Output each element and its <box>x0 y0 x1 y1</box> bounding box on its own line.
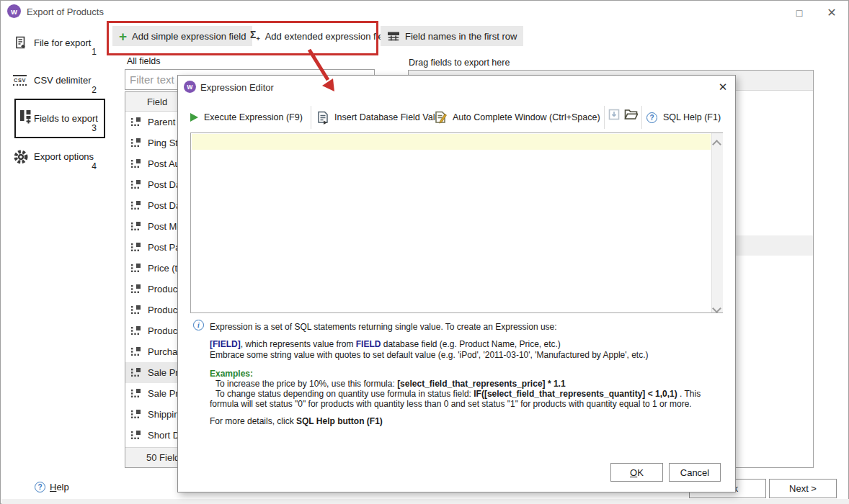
cancel-button[interactable]: Cancel <box>669 463 721 482</box>
gear-icon <box>13 149 29 168</box>
sidebar-item-csv-delimiter[interactable]: CSV delimiter <box>34 75 91 86</box>
field-label: Product <box>148 284 180 294</box>
file-export-icon <box>14 35 28 53</box>
examples-title: Examples: <box>210 369 253 379</box>
sigma-plus-icon: Σ+ <box>250 30 260 42</box>
field-grid-icon <box>131 222 141 231</box>
info-icon: i <box>193 320 204 330</box>
field-label: Product <box>148 305 180 315</box>
field-grid-icon <box>131 201 141 210</box>
save-expression-icon-disabled <box>608 109 621 121</box>
sidebar-step-number: 1 <box>86 47 97 57</box>
field-names-first-row-button[interactable]: Field names in the first row <box>381 26 523 46</box>
app-window: w Export of Products □ ✕ File for export… <box>0 0 849 504</box>
info-line-1: Expression is a set of SQL statements re… <box>210 322 557 332</box>
autocomplete-icon <box>435 111 447 125</box>
help-link[interactable]: ? Help <box>35 482 69 492</box>
table-header-icon <box>387 31 400 42</box>
all-fields-label: All fields <box>127 56 161 66</box>
help-label: Help <box>50 482 69 492</box>
app-logo-icon: w <box>7 4 21 18</box>
fields-icon <box>19 109 33 127</box>
field-grid-icon <box>131 264 141 273</box>
field-grid-icon <box>131 159 141 168</box>
field-grid-icon <box>131 326 141 336</box>
sql-help-button[interactable]: ? SQL Help (F1) <box>646 107 721 128</box>
csv-icon: CSV <box>13 75 27 86</box>
play-icon <box>190 113 198 122</box>
info-line-2: [FIELD], which represents value from FIE… <box>210 339 561 349</box>
sidebar-item-fields-to-export[interactable]: Fields to export <box>34 113 98 124</box>
info-line-3: Embrace some string value with quotes to… <box>210 350 649 360</box>
add-extended-expression-label: Add extended expression field <box>265 31 391 42</box>
toolbar-divider <box>311 106 311 129</box>
autocomplete-label: Auto Complete Window (Ctrl+Space) <box>453 112 600 122</box>
question-icon: ? <box>646 112 657 123</box>
editor-current-line-highlight <box>192 134 711 150</box>
window-title: Export of Products <box>27 6 104 17</box>
add-extended-expression-button[interactable]: Σ+ Add extended expression field <box>244 26 397 46</box>
insert-database-field-button[interactable]: Insert Database Field Value <box>317 107 445 128</box>
field-grid-icon <box>131 117 141 127</box>
field-grid-icon <box>131 368 141 377</box>
field-grid-icon <box>131 410 141 419</box>
field-label: Product <box>148 325 180 336</box>
next-button[interactable]: Next > <box>769 479 837 498</box>
drop-fields-label: Drag fields to export here <box>409 58 510 68</box>
sidebar-item-export-options[interactable]: Export options <box>34 151 94 162</box>
scroll-up-icon[interactable] <box>714 138 720 150</box>
execute-expression-button[interactable]: Execute Expression (F9) <box>190 107 303 128</box>
insert-database-field-label: Insert Database Field Value <box>334 112 445 122</box>
open-folder-icon[interactable] <box>624 109 638 120</box>
dialog-title: Expression Editor <box>200 82 274 93</box>
add-simple-expression-label: Add simple expression field <box>132 31 246 42</box>
field-grid-icon <box>131 431 141 440</box>
example-line-2: To change status depending on quantity u… <box>210 389 726 409</box>
scroll-down-icon[interactable] <box>714 302 720 315</box>
expression-editor-area[interactable] <box>190 132 723 313</box>
dialog-close-icon[interactable]: ✕ <box>714 79 732 95</box>
autocomplete-button[interactable]: Auto Complete Window (Ctrl+Space) <box>435 107 600 128</box>
field-names-first-row-label: Field names in the first row <box>405 31 517 42</box>
field-grid-icon <box>131 305 141 315</box>
more-details-line: For more details, click SQL Help button … <box>210 416 383 426</box>
sql-help-label: SQL Help (F1) <box>663 112 721 122</box>
example-line-1: To increase the price by 10%, use this f… <box>215 379 566 389</box>
help-icon: ? <box>35 482 45 492</box>
dialog-app-icon: w <box>184 81 196 93</box>
field-grid-icon <box>131 138 141 148</box>
toolbar-divider <box>604 106 605 129</box>
field-grid-icon <box>131 347 141 356</box>
ok-button[interactable]: OK <box>610 463 663 482</box>
execute-expression-label: Execute Expression (F9) <box>204 112 303 122</box>
field-grid-icon <box>131 389 141 398</box>
editor-scrollbar[interactable] <box>711 133 723 312</box>
field-grid-icon <box>131 180 141 189</box>
maximize-button[interactable]: □ <box>788 4 810 22</box>
close-button[interactable]: ✕ <box>821 4 843 21</box>
sidebar-step-number: 2 <box>86 85 97 95</box>
sidebar-step-number: 3 <box>86 123 97 133</box>
sidebar-step-number: 4 <box>86 161 97 171</box>
insert-field-icon <box>317 111 329 125</box>
field-label: Parent <box>148 117 175 127</box>
plus-icon: + <box>119 30 127 43</box>
field-grid-icon <box>131 243 141 252</box>
expression-editor-dialog: w Expression Editor ✕ Execute Expression… <box>177 75 736 492</box>
field-grid-icon <box>131 284 141 294</box>
toolbar-divider <box>641 106 642 129</box>
window-bottom-strip <box>1 499 849 504</box>
sidebar-item-file-for-export[interactable]: File for export <box>34 37 91 48</box>
add-simple-expression-button[interactable]: + Add simple expression field <box>112 26 252 46</box>
